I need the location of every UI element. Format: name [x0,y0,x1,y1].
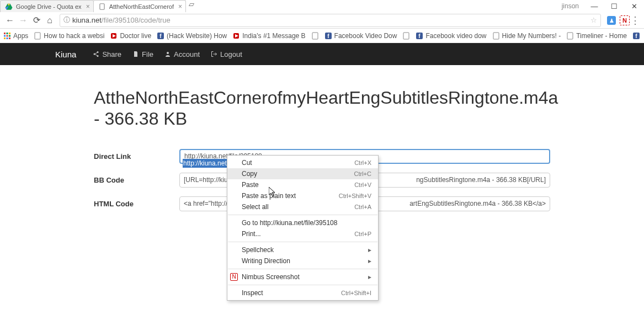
minimize-button[interactable]: — [584,2,604,10]
brand[interactable]: Kiuna [55,50,76,59]
ctx-label: Writing Direction [242,257,290,265]
browser-menu-button[interactable]: ⋮ [630,14,641,26]
context-menu: CutCtrl+X CopyCtrl+C PasteCtrl+V Paste a… [227,155,379,301]
svg-rect-12 [4,38,6,39]
tab-kiuna[interactable]: AttheNorthEastCornerof × [93,0,186,12]
nav-label: Share [102,50,121,58]
html-code-label: HTML Code [94,200,179,208]
drive-icon [5,3,13,10]
svg-rect-10 [7,35,8,36]
ctx-label: Copy [242,170,257,178]
tab-label: Google Drive - Quota ex [16,3,82,10]
share-link[interactable]: Share [93,50,121,58]
titlebar: Google Drive - Quota ex × AttheNorthEast… [0,0,644,12]
logout-link[interactable]: Logout [211,50,242,58]
svg-text:♟: ♟ [609,18,614,24]
home-button[interactable]: ⌂ [43,14,56,27]
ctx-paste-plain[interactable]: Paste as plain textCtrl+Shift+V [227,190,378,201]
bookmark-item[interactable] [402,32,410,40]
bookmark-label: India's #1 Message B [242,32,305,40]
chevron-right-icon: ▸ [368,246,371,254]
separator [228,215,377,215]
ctx-shortcut: Ctrl+Shift+V [339,193,371,199]
nimbus-icon: N [230,273,238,281]
bookmark-item[interactable]: fFacebook Video Dow [324,32,397,40]
bb-visible-right: ngSubtitlesRingtone.m4a - 366.38 KB[/URL… [416,176,546,184]
ctx-label: Nimbus Screenshot [242,273,300,281]
ctx-print[interactable]: Print...Ctrl+P [227,228,378,239]
close-icon[interactable]: × [86,3,90,10]
chevron-right-icon: ▸ [368,257,371,265]
ctx-shortcut: Ctrl+Shift+I [341,290,371,296]
account-link[interactable]: Account [164,50,200,58]
reload-button[interactable]: ⟳ [30,14,43,27]
ctx-writing-direction[interactable]: Writing Direction▸ [227,255,378,266]
ctx-label: Spellcheck [242,246,274,254]
svg-rect-22 [312,33,318,39]
url-host: kiuna.net [72,16,102,24]
svg-rect-7 [7,33,8,34]
apps-button[interactable]: Apps [3,32,28,40]
ctx-copy[interactable]: CopyCtrl+C [227,168,378,179]
ctx-shortcut: Ctrl+V [354,181,371,188]
bookmark-item[interactable]: f(Hack Website) How [157,32,227,40]
bookmark-item[interactable]: fFacebook video dow [416,32,486,40]
ctx-label: Cut [242,159,252,167]
ctx-inspect[interactable]: InspectCtrl+Shift+I [227,287,378,298]
extension-icon[interactable]: ♟ [606,15,616,25]
separator [228,269,377,269]
chevron-right-icon: ▸ [368,273,371,281]
bookmark-label: (Hack Website) How [167,32,227,40]
svg-rect-25 [403,33,409,39]
html-visible-right: artEngSubtitlesRingtone.m4a - 366.38 KB<… [409,200,546,207]
bookmark-label: Facebook Video Dow [334,32,397,40]
maximize-button[interactable]: ☐ [604,2,624,10]
close-icon[interactable]: × [178,3,182,10]
ctx-paste[interactable]: PasteCtrl+V [227,179,378,190]
nav-label: Account [174,50,200,58]
file-link[interactable]: File [132,50,153,58]
separator [228,285,377,285]
bookmark-item[interactable]: Timeliner - Home [566,32,627,40]
svg-rect-13 [7,38,8,39]
bb-code-label: BB Code [94,176,179,184]
svg-rect-6 [4,33,6,34]
svg-rect-3 [100,3,104,9]
apps-label: Apps [13,32,28,40]
address-bar[interactable]: ⓘ kiuna.net/file/395108/code/true ☆ [60,14,601,27]
back-button[interactable]: ← [3,14,17,27]
forward-button[interactable]: → [17,14,30,27]
ctx-label: Print... [242,230,261,238]
tab-label: AttheNorthEastCornerof [109,3,174,10]
svg-rect-29 [567,33,573,39]
nimbus-extension-icon[interactable]: N [620,15,630,25]
close-button[interactable]: ✕ [624,2,644,10]
bookmark-item[interactable]: India's #1 Message B [232,32,305,40]
bb-visible-left: [URL=http://kiu [184,176,228,184]
bookmark-star-icon[interactable]: ☆ [590,16,597,24]
new-tab-button[interactable]: ▱ [187,0,196,12]
ctx-cut[interactable]: CutCtrl+X [227,157,378,168]
bookmark-item[interactable]: Doctor live [110,32,151,40]
ctx-goto[interactable]: Go to http://kiuna.net/file/395108 [227,217,378,228]
bookmarks-bar: Apps How to hack a websi Doctor live f(H… [0,29,644,43]
bookmark-item[interactable]: Hide My Numbers! - [492,32,561,40]
direct-link-label: Direct Link [94,152,179,161]
bookmark-item[interactable] [311,32,319,40]
url-path: /file/395108/code/true [102,16,171,24]
nav-label: Logout [220,50,242,58]
ctx-shortcut: Ctrl+X [354,159,371,166]
ctx-spellcheck[interactable]: Spellcheck▸ [227,244,378,255]
bookmark-label: How to hack a websi [44,32,104,40]
ctx-shortcut: Ctrl+A [354,204,371,210]
svg-rect-28 [493,33,499,39]
ctx-select-all[interactable]: Select allCtrl+A [227,201,378,212]
tab-drive[interactable]: Google Drive - Quota ex × [0,0,94,12]
site-navbar: Kiuna Share File Account Logout [0,43,644,65]
selected-text: http://kiuna.net/fi [183,159,232,168]
bookmark-item[interactable]: How to hack a websi [34,32,104,40]
ctx-label: Go to http://kiuna.net/file/395108 [242,219,337,227]
ctx-nimbus[interactable]: NNimbus Screenshot▸ [227,271,378,282]
user-label[interactable]: jinson [562,2,579,10]
bookmark-item[interactable]: f [632,32,642,40]
